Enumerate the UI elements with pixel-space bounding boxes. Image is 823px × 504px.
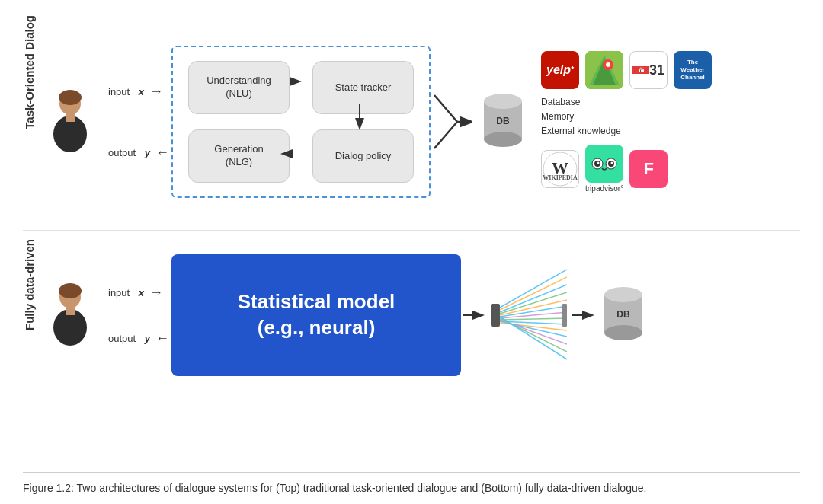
db-cylinder-bottom: DB <box>597 279 650 351</box>
svg-point-57 <box>604 287 642 302</box>
svg-rect-38 <box>491 304 500 327</box>
bottom-input-arrow: → <box>149 285 163 301</box>
section-divider <box>23 230 800 231</box>
svg-point-1 <box>59 90 82 105</box>
top-section-label: Task-Oriented Dialog <box>23 15 36 175</box>
top-input-label: input x → <box>108 84 171 100</box>
knowledge-text: Database Memory External knowledge <box>541 95 712 139</box>
wikipedia-icon: W WIKIPEDIA <box>541 150 579 188</box>
db-cylinder-top: DB <box>476 86 530 158</box>
calendar-icon: 📅 31 <box>629 51 668 89</box>
svg-line-10 <box>434 122 457 148</box>
bottom-section-label: Fully data-driven <box>23 239 36 361</box>
tripadvisor-icon <box>585 145 623 183</box>
model-to-wires-arrow <box>463 300 485 330</box>
svg-point-14 <box>484 94 522 109</box>
bottom-io-labels: input x → output y ← <box>108 270 171 361</box>
dialog-policy-module: Dialog policy <box>312 129 414 183</box>
top-output-arrow: ← <box>155 145 169 161</box>
top-section: Task-Oriented Dialog input x → output y <box>23 15 800 228</box>
bottom-output-label: output y ← <box>108 330 171 346</box>
svg-line-40 <box>500 277 567 310</box>
yelp-icon: yelp* <box>541 51 579 89</box>
svg-point-15 <box>484 132 522 147</box>
svg-point-58 <box>604 325 642 340</box>
db-svg-top: DB <box>476 86 530 155</box>
svg-point-21 <box>606 62 610 67</box>
foursquare-icon: F <box>629 150 668 188</box>
bottom-output-arrow: ← <box>155 330 169 346</box>
bottom-input-label: input x → <box>108 285 171 301</box>
knowledge-column: yelp* 📅 31 <box>541 51 712 193</box>
tripadvisor-area: tripadvisor° <box>585 145 623 193</box>
neural-wires <box>491 262 567 368</box>
avatar-top <box>43 90 97 155</box>
nlu-module: Understanding(NLU) <box>188 61 290 114</box>
tripadvisor-label: tripadvisor° <box>585 184 623 193</box>
svg-text:DB: DB <box>616 309 630 320</box>
weather-icon: TheWeatherChannel <box>674 51 712 89</box>
wires-to-db-arrow <box>572 300 595 330</box>
bottom-icons-row: W WIKIPEDIA <box>541 145 712 193</box>
top-icons-row: yelp* 📅 31 <box>541 51 712 89</box>
nlg-module: Generation(NLG) <box>188 129 290 183</box>
main-container: Task-Oriented Dialog input x → output y <box>0 0 823 504</box>
converging-arrows-svg <box>434 65 472 179</box>
svg-point-30 <box>597 162 600 164</box>
svg-text:DB: DB <box>496 116 510 126</box>
bottom-section: Fully data-driven input x → output y ← S… <box>23 239 800 391</box>
svg-line-9 <box>434 95 457 122</box>
svg-line-42 <box>500 292 567 314</box>
top-output-label: output y ← <box>108 145 171 161</box>
figure-caption: Figure 1.2: Two architectures of dialogu… <box>23 472 800 496</box>
svg-point-31 <box>611 162 613 164</box>
db-svg-bottom: DB <box>597 279 650 348</box>
statistical-model-box: Statistical model (e.g., neural) <box>171 254 461 376</box>
state-tracker-module: State tracker <box>312 61 414 114</box>
top-input-arrow: → <box>149 84 163 100</box>
maps-icon <box>585 51 623 89</box>
svg-rect-3 <box>66 113 75 122</box>
avatar-bottom <box>43 283 97 348</box>
svg-text:WIKIPEDIA: WIKIPEDIA <box>543 174 578 181</box>
box-to-db-arrows <box>434 65 472 179</box>
svg-point-33 <box>59 283 82 298</box>
top-io-labels: input x → output y ← <box>108 61 171 183</box>
svg-rect-35 <box>66 306 75 315</box>
svg-line-46 <box>500 318 567 320</box>
svg-rect-53 <box>562 304 567 327</box>
dashed-module-box: Understanding(NLU) State tracker Generat… <box>171 46 431 198</box>
